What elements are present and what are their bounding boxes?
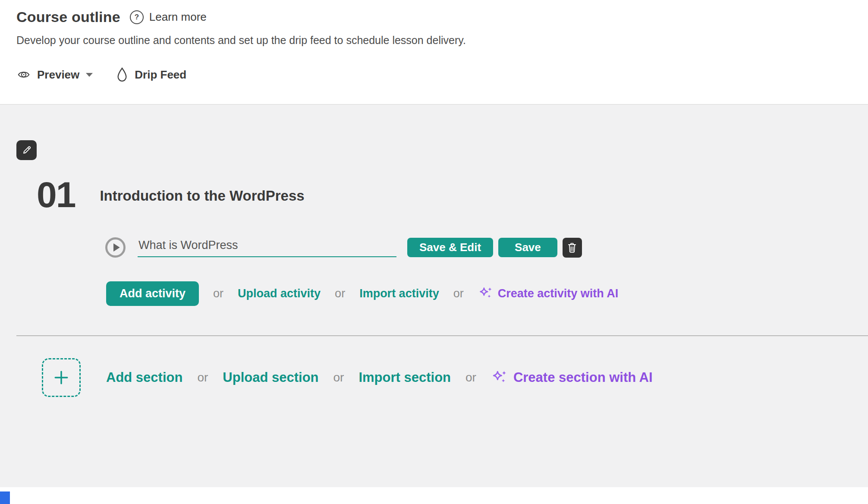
or-separator: or — [335, 287, 345, 300]
header: Course outline ? Learn more Develop your… — [0, 0, 868, 105]
title-row: Course outline ? Learn more — [16, 9, 868, 25]
activity-row: Save & Edit Save — [105, 237, 868, 258]
preview-button[interactable]: Preview — [16, 68, 93, 82]
or-separator: or — [465, 371, 476, 384]
tools-row: Preview Drip Feed — [16, 66, 868, 83]
activity-actions-row: Add activity or Upload activity or Impor… — [106, 281, 868, 306]
section-number: 01 — [37, 176, 75, 213]
upload-activity-link[interactable]: Upload activity — [238, 287, 321, 300]
edit-section-button[interactable] — [16, 140, 37, 160]
section-actions-row: Add section or Upload section or Import … — [16, 358, 868, 397]
section-title[interactable]: Introduction to the WordPress — [100, 188, 304, 204]
import-activity-link[interactable]: Import activity — [359, 287, 439, 300]
bottom-strip — [0, 487, 868, 504]
ai-sparkles-icon — [478, 286, 494, 302]
create-section-with-ai-label: Create section with AI — [513, 370, 653, 385]
or-separator: or — [333, 371, 344, 384]
preview-label: Preview — [37, 68, 79, 82]
ai-sparkles-icon — [491, 369, 509, 387]
section-header: 01 Introduction to the WordPress — [37, 176, 868, 213]
drip-feed-label: Drip Feed — [135, 68, 186, 82]
blue-corner-square — [0, 491, 10, 504]
add-section-link[interactable]: Add section — [106, 370, 182, 385]
upload-section-link[interactable]: Upload section — [223, 370, 318, 385]
learn-more-link[interactable]: Learn more — [149, 10, 207, 24]
save-button[interactable]: Save — [498, 238, 557, 257]
course-outline-canvas: 01 Introduction to the WordPress Save & … — [0, 105, 868, 487]
import-section-link[interactable]: Import section — [359, 370, 451, 385]
save-and-edit-button[interactable]: Save & Edit — [407, 238, 493, 257]
eye-icon — [16, 69, 31, 81]
chevron-down-icon — [85, 72, 93, 77]
page-title: Course outline — [16, 9, 120, 25]
create-activity-with-ai-link[interactable]: Create activity with AI — [478, 286, 619, 302]
section-divider — [16, 335, 868, 336]
delete-activity-button[interactable] — [563, 238, 582, 258]
drip-feed-button[interactable]: Drip Feed — [116, 66, 186, 83]
plus-icon — [52, 368, 71, 387]
page-subtitle: Develop your course outline and contents… — [16, 34, 868, 47]
pencil-icon — [22, 145, 32, 155]
add-section-box-button[interactable] — [42, 358, 81, 397]
course-outline-page: Course outline ? Learn more Develop your… — [0, 0, 868, 504]
or-separator: or — [453, 287, 464, 300]
activity-name-input[interactable] — [138, 238, 396, 257]
create-activity-with-ai-label: Create activity with AI — [498, 287, 619, 300]
trash-icon — [566, 242, 578, 254]
help-icon[interactable]: ? — [130, 10, 144, 24]
add-activity-button[interactable]: Add activity — [106, 281, 199, 306]
create-section-with-ai-link[interactable]: Create section with AI — [491, 369, 653, 387]
or-separator: or — [213, 287, 223, 300]
play-icon — [105, 237, 126, 258]
droplet-icon — [116, 66, 129, 83]
or-separator: or — [197, 371, 208, 384]
